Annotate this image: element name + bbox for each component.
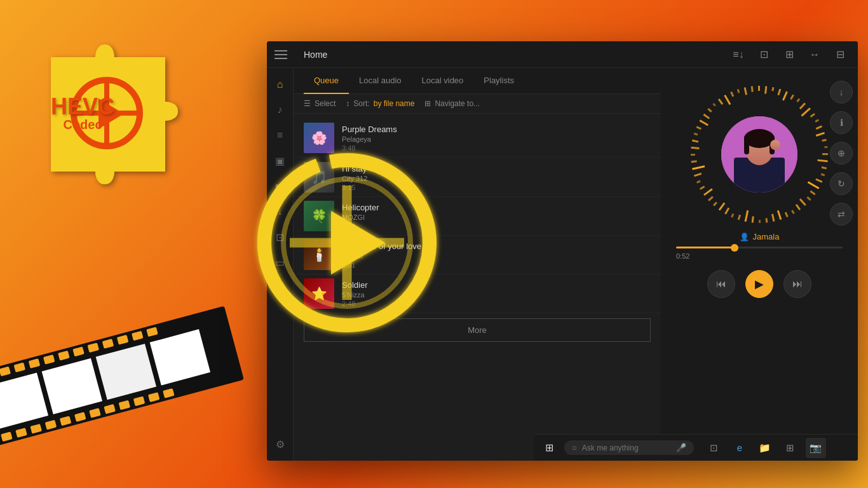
menu-button[interactable] <box>275 45 294 64</box>
sidebar-item-video[interactable]: ▣ <box>269 149 292 172</box>
song-thumbnail-1: 🌸 <box>304 123 334 153</box>
svg-rect-15 <box>790 94 794 99</box>
sidebar-item-volume[interactable] <box>269 175 292 198</box>
svg-rect-48 <box>708 196 714 201</box>
artist-icon: 👤 <box>740 233 749 241</box>
display-icon-btn[interactable]: ⊡ <box>754 44 774 65</box>
album-art-person <box>721 116 797 193</box>
artist-label: Jamala <box>753 232 780 241</box>
film-frame <box>150 329 210 385</box>
download-action-btn[interactable]: ↓ <box>830 81 853 104</box>
song-thumbnail-4: 🕯️ <box>304 240 334 270</box>
prev-button[interactable]: ⏮ <box>707 270 735 298</box>
film-hole <box>74 412 86 422</box>
taskbar: ⊞ ○ 🎤 ⊡ e 📁 ⊞ 📷 ▲ <box>534 434 858 461</box>
hamburger-line <box>275 58 287 59</box>
svg-rect-14 <box>782 92 788 101</box>
sidebar-item-monitor[interactable]: ▭ <box>269 251 292 274</box>
film-hole <box>87 342 99 353</box>
sidebar-item-home[interactable]: ⌂ <box>269 73 292 96</box>
sort-button[interactable]: ↕ Sort: by file name <box>346 99 414 108</box>
edge-button[interactable]: e <box>729 438 750 458</box>
svg-rect-10 <box>758 86 760 91</box>
film-hole <box>58 351 70 361</box>
search-bar[interactable]: ○ 🎤 <box>564 440 694 455</box>
tab-playlists[interactable]: Playlists <box>473 68 524 94</box>
sidebar-item-cast[interactable]: ⊡ <box>269 226 292 248</box>
search-icon: ○ <box>572 443 577 452</box>
svg-rect-25 <box>822 153 828 155</box>
sidebar-item-download[interactable]: ↓ <box>269 200 292 223</box>
song-item-5[interactable]: ⭐ Soldier 5'Nizza 2:48 <box>294 274 661 313</box>
svg-rect-44 <box>731 214 734 218</box>
song-list[interactable]: 🌸 Purple Dreams Pelageya 3:48 🎵 <box>294 114 661 461</box>
svg-rect-53 <box>692 165 705 170</box>
svg-rect-29 <box>815 179 822 183</box>
hamburger-line <box>275 50 287 51</box>
select-button[interactable]: ☰ Select <box>304 99 336 108</box>
song-item-4[interactable]: 🕯️ Sunshine of your love Cream 4:01 <box>294 236 661 274</box>
film-hole <box>117 335 129 345</box>
film-hole <box>45 420 57 430</box>
film-hole <box>133 396 146 406</box>
back-icon-btn[interactable]: ↔ <box>804 44 825 65</box>
camera-button[interactable]: 📷 <box>806 438 826 458</box>
right-action-buttons: ↓ ℹ ⊕ ↻ ⇄ <box>830 81 853 226</box>
film-hole <box>148 392 160 402</box>
svg-rect-24 <box>824 146 827 149</box>
playlist-icon-btn[interactable]: ≡↓ <box>728 44 749 65</box>
tab-local-audio[interactable]: Local audio <box>349 68 412 94</box>
sort-value: by file name <box>374 99 415 108</box>
tab-local-video[interactable]: Local video <box>412 68 474 94</box>
columns-icon-btn[interactable]: ⊟ <box>830 44 850 65</box>
task-view-button[interactable]: ⊡ <box>704 438 724 458</box>
svg-rect-52 <box>694 173 702 177</box>
store-button[interactable]: ⊞ <box>780 438 801 458</box>
next-button[interactable]: ⏭ <box>783 270 811 298</box>
svg-rect-66 <box>730 92 734 97</box>
svg-rect-64 <box>718 98 723 105</box>
sidebar-item-playlist[interactable]: ≡ <box>269 124 292 147</box>
film-hole <box>14 362 26 372</box>
svg-rect-30 <box>808 181 820 189</box>
repeat-action-btn[interactable]: ↻ <box>830 172 853 195</box>
tab-queue[interactable]: Queue <box>304 68 349 94</box>
file-explorer-button[interactable]: 📁 <box>755 438 775 458</box>
svg-rect-27 <box>822 166 827 170</box>
grid-icon-btn[interactable]: ⊞ <box>779 44 799 65</box>
main-layout: ⌂ ♪ ≡ ▣ ↓ ⊡ ▭ ⚙ Queue <box>267 68 858 461</box>
svg-rect-61 <box>703 114 710 119</box>
visualizer-container <box>689 85 829 224</box>
play-button[interactable]: ▶ <box>745 270 773 298</box>
progress-dot[interactable] <box>731 244 738 252</box>
svg-rect-45 <box>724 208 729 215</box>
song-item-2[interactable]: 🎵 I'll stay City 312 3:15 <box>294 158 661 197</box>
svg-rect-39 <box>766 218 768 222</box>
share-action-btn[interactable]: ⊕ <box>830 142 853 165</box>
song-duration-1: 3:48 <box>342 144 651 152</box>
film-hole <box>72 346 85 356</box>
song-item-3[interactable]: 🍀 Helicopter MOZGI 2:48 <box>294 197 661 236</box>
song-thumb-art-3: 🍀 <box>304 201 334 231</box>
navigate-button[interactable]: ⊞ Navigate to... <box>424 99 480 108</box>
svg-rect-12 <box>771 87 774 91</box>
shuffle-action-btn[interactable]: ⇄ <box>830 203 853 226</box>
sidebar-item-music[interactable]: ♪ <box>269 98 292 121</box>
search-input[interactable] <box>582 444 671 452</box>
windows-button[interactable]: ⊞ <box>539 438 559 458</box>
more-button[interactable]: More <box>304 318 651 342</box>
song-item-1[interactable]: 🌸 Purple Dreams Pelageya 3:48 <box>294 119 661 158</box>
svg-rect-54 <box>691 160 696 163</box>
progress-container[interactable] <box>671 247 848 248</box>
svg-rect-69 <box>751 86 754 92</box>
svg-rect-26 <box>817 159 827 163</box>
sidebar-item-settings[interactable]: ⚙ <box>269 433 292 456</box>
progress-bar-background[interactable] <box>676 247 843 248</box>
svg-rect-47 <box>713 201 717 206</box>
hevc-brand-text: HEVC Codec <box>51 95 114 131</box>
song-duration-3: 2:48 <box>342 222 651 230</box>
song-thumb-art-2: 🎵 <box>304 162 334 193</box>
song-title-1: Purple Dreams <box>342 125 651 134</box>
info-action-btn[interactable]: ℹ <box>830 111 853 134</box>
film-hole <box>1 431 13 442</box>
